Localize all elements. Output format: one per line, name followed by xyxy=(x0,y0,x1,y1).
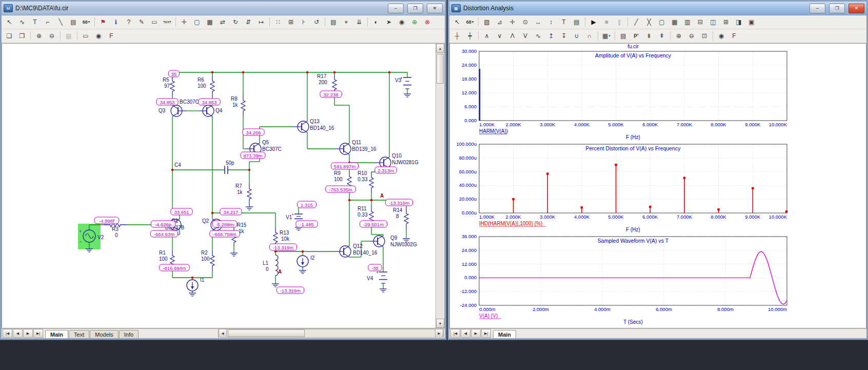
cursor-next-button[interactable]: ┼ xyxy=(451,30,463,42)
tab-info[interactable]: Info xyxy=(119,330,139,338)
tab-nav-button-0[interactable]: |◀ xyxy=(450,329,460,338)
picture-tool[interactable]: ▤ xyxy=(67,16,80,28)
component-r14[interactable] xyxy=(404,207,408,230)
tab-nav-button-2[interactable]: ▶ xyxy=(471,329,481,338)
point-tag-tool[interactable]: ✎ xyxy=(135,16,148,28)
border-toggle[interactable]: ⊞ xyxy=(285,16,297,28)
peak-button[interactable]: ∧ xyxy=(481,30,493,42)
find-component-button[interactable]: 68▾ xyxy=(80,16,92,28)
cursor-line-tool[interactable]: ╳ xyxy=(643,16,655,28)
component-v1[interactable]: + xyxy=(291,212,303,221)
global-low-button[interactable]: ↧ xyxy=(558,30,570,42)
properties-button[interactable]: ▤ xyxy=(570,16,583,28)
component-q4[interactable] xyxy=(198,105,214,116)
scroll-down-button[interactable]: ▼ xyxy=(436,319,444,328)
scroll-up-button[interactable]: ▲ xyxy=(436,44,444,53)
help-ball-button[interactable]: ◉ xyxy=(715,30,727,42)
scale-mode-button[interactable]: ⊿ xyxy=(494,16,506,28)
chart-1[interactable]: 30.00024.00018.00012.0006.0000.0001.000K… xyxy=(462,48,787,140)
chart-3[interactable]: 36.00024.00012.0000.000-12.000-24.0000.0… xyxy=(460,233,787,325)
panel-toggle-button[interactable]: ◨ xyxy=(733,16,745,28)
close-button[interactable]: ✕ xyxy=(427,4,443,13)
top-envelope-button[interactable]: ∩ xyxy=(583,30,596,42)
font-button[interactable]: F xyxy=(105,30,117,42)
find-component-button[interactable]: 68▾ xyxy=(464,16,476,28)
horizontal-scrollbar[interactable]: ◀ ▶ xyxy=(218,329,444,338)
plot-canvas[interactable]: fu.cir30.00024.00018.00012.0006.0000.000… xyxy=(450,44,866,328)
component-c4[interactable] xyxy=(225,166,228,174)
tab-nav-button-0[interactable]: |◀ xyxy=(3,329,12,338)
tab-nav-button-2[interactable]: ▶ xyxy=(23,329,33,338)
ortho-wire-tool[interactable]: ⌐ xyxy=(42,16,54,28)
dropdown-caret-icon[interactable]: ▾ xyxy=(472,20,474,24)
horizontal-split-button[interactable]: ⊟ xyxy=(694,16,706,28)
select-tool[interactable]: ↖ xyxy=(3,16,15,28)
wire-tool[interactable]: ∿ xyxy=(16,16,28,28)
zoom-fit-button[interactable]: ⊡ xyxy=(698,30,711,42)
component-r2[interactable] xyxy=(210,250,214,271)
slope-tool[interactable]: ╱ xyxy=(630,16,642,28)
grid-toggle[interactable]: ∷ xyxy=(272,16,284,28)
probe-mode-button[interactable]: ➤ xyxy=(383,16,395,28)
polygon-tool[interactable]: ▦ xyxy=(204,16,216,28)
title-bar[interactable]: ▦ Distortion Analysis – ❐ ✕ xyxy=(449,2,866,15)
component-r5[interactable] xyxy=(170,75,174,97)
step-tool[interactable]: ↦ xyxy=(255,16,267,28)
plot-canvas-area[interactable]: fu.cir30.00024.00018.00012.0006.0000.000… xyxy=(449,43,866,328)
scroll-left-button[interactable]: ◀ xyxy=(219,329,227,337)
animate-mode-button[interactable]: ◐ xyxy=(370,16,382,28)
diagonal-wire-tool[interactable]: ╲ xyxy=(54,16,67,28)
tag-y-button[interactable]: ⇞ xyxy=(656,30,668,42)
title-bar[interactable]: M D:\MC9\DATA\fu.cir – ❐ ✕ xyxy=(2,2,445,15)
copy-page-button[interactable]: ❐ xyxy=(16,30,28,42)
schematic-wires[interactable] xyxy=(89,72,407,293)
tab-nav-button-1[interactable]: ◀ xyxy=(13,329,23,338)
tag-x-button[interactable]: ⇟ xyxy=(643,30,655,42)
region-tool[interactable]: ▭ xyxy=(148,16,161,28)
select-box-button[interactable]: ▭ xyxy=(80,30,92,42)
horizontal-scroll-thumb[interactable] xyxy=(228,329,305,337)
component-q9[interactable] xyxy=(369,236,385,247)
disable-display-button[interactable]: ⊗ xyxy=(421,16,433,28)
waveform-buffer-button[interactable]: ▦▾ xyxy=(600,30,613,42)
text-stencil-tool[interactable]: TEXT xyxy=(161,16,173,28)
select-tool[interactable]: ↖ xyxy=(451,16,463,28)
ruler-toggle[interactable]: ⊦ xyxy=(298,16,310,28)
low-button[interactable]: V xyxy=(519,30,531,42)
component-q12[interactable] xyxy=(335,246,351,257)
zoom-out-button[interactable]: ⊖ xyxy=(685,30,698,42)
scroll-right-button[interactable]: ▶ xyxy=(435,329,443,337)
horizontal-scroll-track[interactable] xyxy=(227,329,435,337)
component-q3[interactable] xyxy=(171,105,187,116)
close-button[interactable]: ✕ xyxy=(849,4,864,13)
component-q11[interactable] xyxy=(335,143,351,154)
tab-nav-button-3[interactable]: ▶| xyxy=(33,329,43,338)
chart-2[interactable]: 100.000u80.000u60.000u40.000u20.000u0.00… xyxy=(456,141,787,232)
valley-button[interactable]: ∨ xyxy=(494,30,506,42)
schematic-canvas[interactable]: ++++−R597R6100BC307CQ3Q4R81kQ13BD140_16Q… xyxy=(2,44,436,328)
component-r8[interactable] xyxy=(241,95,245,116)
global-high-button[interactable]: ↥ xyxy=(545,30,557,42)
help-ball-button[interactable]: ◉ xyxy=(396,16,408,28)
tab-main[interactable]: Main xyxy=(45,330,68,338)
tab-nav-button-3[interactable]: ▶| xyxy=(481,329,491,338)
font-button[interactable]: F xyxy=(728,30,740,42)
component-i2[interactable] xyxy=(297,256,308,267)
vertical-scrollbar[interactable]: ▲ ▼ xyxy=(436,43,445,328)
help-mode-tool[interactable]: ? xyxy=(123,16,135,28)
zoom-in-button[interactable]: ⊕ xyxy=(33,30,45,42)
dropdown-caret-icon[interactable]: ▾ xyxy=(88,20,90,24)
component-r6[interactable] xyxy=(210,75,214,97)
component-r10[interactable] xyxy=(369,172,373,193)
component-v3[interactable]: + xyxy=(400,75,411,89)
data-points-button[interactable]: ▤ xyxy=(617,30,629,42)
schematic-canvas-area[interactable]: ++++−R597R6100BC307CQ3Q4R81kQ13BD140_16Q… xyxy=(2,43,436,328)
info-tool[interactable]: ℹ xyxy=(110,16,122,28)
cursor-prev-button[interactable]: ┿ xyxy=(464,30,476,42)
add-page-button[interactable]: ❏ xyxy=(3,30,15,42)
text-tool[interactable]: T xyxy=(558,16,570,28)
box-tool[interactable]: ▢ xyxy=(191,16,203,28)
find-next-button[interactable]: ⇊ xyxy=(353,16,365,28)
graph-tool[interactable]: ▧ xyxy=(481,16,493,28)
vertical-tag-tool[interactable]: ↕ xyxy=(545,16,557,28)
